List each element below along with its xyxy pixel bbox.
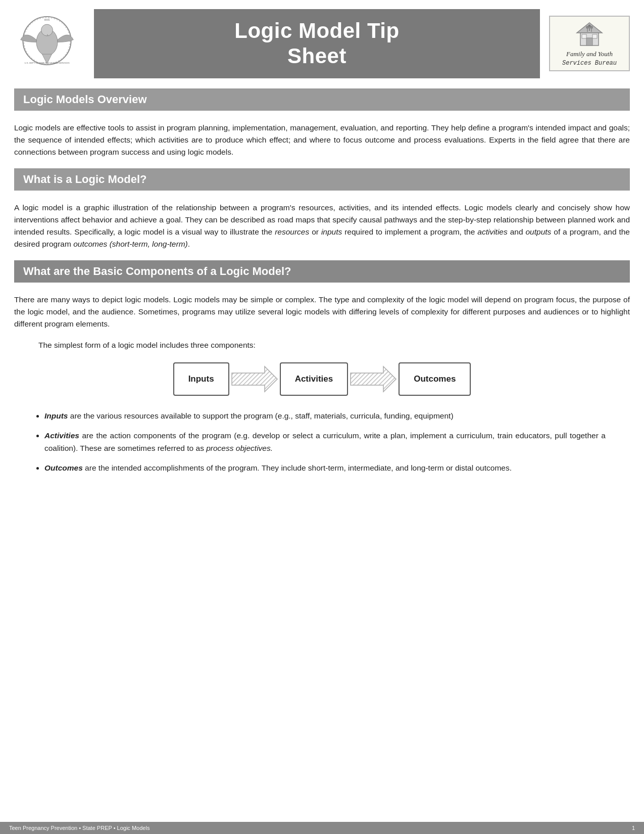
page-header: HHS U.S. DEPT OF HEALTH & HUMAN SERVICES… — [0, 0, 644, 84]
section3-header: What are the Basic Components of a Logic… — [14, 260, 630, 283]
diagram-box-activities: Activities — [280, 362, 349, 396]
diagram-arrow-1 — [229, 364, 280, 394]
list-item-activities: Activities are the action components of … — [44, 430, 606, 455]
bullet-list: Inputs are the various resources availab… — [14, 410, 630, 474]
svg-text:HHS: HHS — [44, 18, 50, 21]
footer-right: 1 — [632, 825, 635, 831]
svg-rect-10 — [592, 34, 597, 38]
diagram-box-inputs: Inputs — [173, 362, 229, 396]
fysb-logo-line1: Family and Youth — [566, 50, 613, 58]
section1-body: Logic models are effective tools to assi… — [0, 115, 644, 168]
header-title-block: Logic Model Tip Sheet — [94, 9, 540, 78]
hhs-logo: HHS U.S. DEPT OF HEALTH & HUMAN SERVICES — [14, 16, 85, 71]
page-footer: Teen Pregnancy Prevention • State PREP •… — [0, 822, 644, 834]
section2-header: What is a Logic Model? — [14, 168, 630, 191]
svg-rect-8 — [586, 38, 592, 45]
list-item-outcomes: Outcomes are the intended accomplishment… — [44, 462, 606, 475]
diagram-box-outcomes: Outcomes — [399, 362, 471, 396]
svg-point-13 — [588, 24, 591, 27]
logic-model-diagram: Inputs Activities Outcomes — [14, 362, 630, 396]
section2-body: A logic model is a graphic illustration … — [0, 195, 644, 260]
footer-left: Teen Pregnancy Prevention • State PREP •… — [9, 825, 150, 831]
svg-rect-9 — [582, 34, 586, 38]
diagram-arrow-2 — [348, 364, 399, 394]
section3-body: There are many ways to depict logic mode… — [0, 287, 644, 492]
fysb-logo: Family and Youth Services Bureau — [549, 16, 630, 71]
section1-header: Logic Models Overview — [14, 88, 630, 111]
list-item-inputs: Inputs are the various resources availab… — [44, 410, 606, 423]
svg-marker-17 — [351, 366, 396, 392]
page-title: Logic Model Tip Sheet — [99, 18, 535, 69]
fysb-logo-line2: Services Bureau — [562, 60, 617, 67]
svg-marker-15 — [232, 366, 277, 392]
svg-text:U.S. DEPT OF HEALTH & HUMAN SE: U.S. DEPT OF HEALTH & HUMAN SERVICES — [24, 62, 69, 65]
